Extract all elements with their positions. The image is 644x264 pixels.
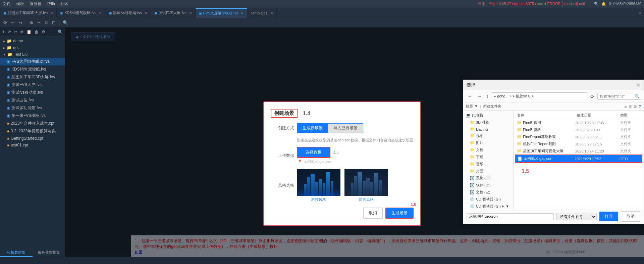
sidebar-file-fvs-1[interactable]: ▣ FVS大屏组件联动.fvs: [0, 58, 65, 65]
sidebar-folder-doc[interactable]: ▶ 📁 doc: [0, 44, 65, 51]
sidebar-file-cpt-2[interactable]: ◈ 3.2. 2023年费用预算与实际分析2: [0, 127, 65, 135]
tree-pictures[interactable]: 📁 图片: [463, 139, 513, 146]
tab-5-close[interactable]: ✕: [270, 11, 273, 15]
tree-3d-objects[interactable]: 📁 3D 对象: [463, 119, 513, 126]
tree-davinci[interactable]: 📁 Davinci: [463, 126, 513, 132]
generate-scene-button[interactable]: 生成场景 1.6: [385, 208, 414, 219]
nav-up-button[interactable]: ↑: [485, 93, 490, 100]
menu-template[interactable]: 模板: [16, 1, 24, 7]
file-type-select[interactable]: 所有文件 (*.*): [556, 213, 597, 220]
tree-music[interactable]: 📁 音乐: [463, 161, 513, 168]
org-label[interactable]: 组织 ▼: [466, 104, 478, 109]
tree-this-pc[interactable]: 💻 此电脑: [463, 112, 513, 119]
tab-3-close[interactable]: ✕: [189, 11, 192, 15]
sidebar-file-fvs-2[interactable]: ▣ KDS销售驾驶舱.fvs: [0, 65, 65, 73]
file-search-input[interactable]: [600, 94, 633, 98]
open-file-button[interactable]: 打开: [599, 212, 618, 221]
nav-back-button[interactable]: ←: [466, 93, 474, 100]
help-icon[interactable]: ?: [639, 104, 641, 108]
tree-cd-g2[interactable]: 💿 CD 驱动器 (G:) H ▼: [463, 203, 513, 209]
sidebar-btn-settings[interactable]: ⚙: [41, 29, 46, 35]
sidebar-file-fvs-6[interactable]: ▣ 测试占位.fvs: [0, 96, 65, 104]
sidebar-btn-refresh[interactable]: ⟳: [7, 29, 12, 35]
sidebar-folder-demo[interactable]: ▶ 📁 demo: [0, 38, 65, 44]
tab-0-close[interactable]: ✕: [50, 11, 53, 15]
tab-4[interactable]: ▣ FVS大屏组件联动.fvs ✕: [196, 8, 248, 18]
fvs-icon: ▣: [7, 114, 10, 118]
sidebar-file-cpt-4[interactable]: ◈ test01.cpt: [0, 142, 65, 148]
tab-4-close[interactable]: ✕: [241, 11, 244, 15]
toolbar-icon-5[interactable]: ✂: [36, 19, 42, 26]
sidebar-tab-template[interactable]: 模板数据集: [0, 249, 33, 257]
view-icon-3[interactable]: ⊞: [634, 104, 637, 108]
tab-add-btn[interactable]: ≡: [636, 11, 644, 15]
tab-2-close[interactable]: ✕: [145, 11, 147, 15]
sidebar-btn-cut[interactable]: ✂: [13, 29, 18, 35]
sidebar-file-fvs-5[interactable]: ▣ 测试fvs移动端.fvs: [0, 89, 65, 96]
sidebar-btn-search[interactable]: 🔍: [57, 29, 64, 35]
menu-help[interactable]: 帮助: [47, 1, 55, 7]
tab-5[interactable]: Template1 ✕: [247, 8, 277, 18]
toolbar-icon-2[interactable]: ↩: [10, 19, 16, 26]
sidebar-folder-testliu[interactable]: ▼ 📁 Test Liu: [0, 51, 65, 58]
style-card-simple[interactable]: 简约风格: [344, 169, 388, 202]
sidebar-toolbar: + ⟳ ✂ ⧉ 📋 🗑 ⚙ 🔍: [0, 28, 65, 36]
tree-video[interactable]: 📁 视频: [463, 132, 513, 139]
tree-desktop[interactable]: 📁 桌面: [463, 168, 513, 175]
file-row-4[interactable]: 📁 晶图加工车间可视化大屏 2023/10/24 11:28 文件夹: [515, 147, 642, 155]
tree-documents[interactable]: 📁 文档: [463, 146, 513, 153]
tab-3[interactable]: ▣ 测试FVS大屏.fvs ✕: [151, 8, 196, 18]
toolbar-icon-1[interactable]: ⟳: [2, 19, 8, 26]
sidebar-file-fvs-4[interactable]: ▣ 测试FVS大屏.fvs: [0, 81, 65, 89]
btn-new-scene[interactable]: 生成新场景: [297, 124, 328, 133]
sidebar-file-fvs-7[interactable]: ▣ 测试多功能馆.fvs: [0, 104, 65, 112]
menu-server[interactable]: 服务器: [30, 1, 42, 7]
view-icon-1[interactable]: ≡: [625, 104, 627, 108]
btn-import-scene[interactable]: 导入已有场景: [328, 124, 363, 133]
toolbar-icon-8[interactable]: 🔍: [61, 19, 69, 26]
tab-1-close[interactable]: ✕: [99, 11, 102, 15]
tree-drive-d[interactable]: 💽 软件 (D:): [463, 182, 513, 189]
tab-0[interactable]: ▣ 晶图加工车间3D大屏.fvs ✕: [0, 8, 57, 18]
file-row-1[interactable]: 📁 FineBI资料 2023/8/28 9:39 文件夹: [515, 126, 642, 133]
cancel-file-button[interactable]: 取消: [621, 211, 640, 222]
file-row-0[interactable]: 📁 FineBI截图 2023/10/23 17:35 文件夹: [515, 119, 642, 126]
toolbar-icon-4[interactable]: ⊕: [28, 19, 35, 26]
file-row-2[interactable]: 📁 FineReport基础教装 2023/8/29 15:11 文件夹: [515, 133, 642, 140]
menu-community[interactable]: 社区: [60, 1, 68, 7]
toolbar-icon-7[interactable]: ⊡: [51, 19, 57, 26]
tree-drive-e[interactable]: 💽 文档 (E:): [463, 189, 513, 196]
sidebar-btn-new[interactable]: +: [1, 29, 6, 35]
tree-downloads[interactable]: 📁 下载: [463, 153, 513, 161]
tab-bar: ▣ 晶图加工车间3D大屏.fvs ✕ ▣ KDS销售驾驶舱.fvs ✕ ▣ 测试…: [0, 8, 644, 18]
tab-1[interactable]: ▣ KDS销售驾驶舱.fvs ✕: [57, 8, 105, 18]
nav-forward-button[interactable]: →: [475, 93, 483, 100]
sidebar-btn-delete[interactable]: 🗑: [34, 29, 40, 35]
file-search-box[interactable]: 🔍: [597, 93, 641, 100]
sidebar-file-fvs-8[interactable]: ▣ 第一张FVS模板.fvs: [0, 112, 65, 120]
file-dialog-close-button[interactable]: ✕: [637, 83, 640, 88]
file-row-geojson[interactable]: 📄 示例地区.geojson 2021/9/29 17:53 GEO: [515, 155, 642, 163]
sidebar-tab-server[interactable]: 服务器数据集: [33, 249, 65, 257]
sidebar-file-cpt-3[interactable]: ◈ GettingStarted.cpt: [0, 135, 65, 142]
sidebar-btn-copy[interactable]: ⧉: [19, 29, 24, 35]
view-icon-2[interactable]: ⊟: [629, 104, 632, 108]
sidebar-file-cpt-1[interactable]: ◈ 2023年合并收入成本.cpt: [0, 120, 65, 127]
sidebar-btn-paste[interactable]: 📋: [25, 29, 33, 35]
tree-cd-g[interactable]: 💿 CD 驱动器 (G:): [463, 196, 513, 203]
toolbar-icon-3[interactable]: ↪: [17, 19, 24, 26]
file-row-3[interactable]: 📁 帆软FineReport截图 2023/8/29 17:15 文件夹: [515, 140, 642, 147]
select-data-button[interactable]: 选择数据: [297, 147, 330, 158]
tree-drive-c[interactable]: 💽 系统 (C:): [463, 175, 513, 182]
cancel-create-button[interactable]: 取消: [363, 208, 383, 219]
new-folder-button[interactable]: 新建文件夹: [483, 104, 501, 109]
search-icon: 🔍: [635, 94, 640, 99]
sidebar-file-fvs-3[interactable]: ▣ 晶图加工车间3D大屏.fvs: [0, 73, 65, 81]
folder-icon: 📁: [470, 162, 475, 166]
tab-2[interactable]: ▣ 测试fvs移动端.fvs ✕: [105, 8, 151, 18]
toolbar-icon-6[interactable]: ⧉: [44, 19, 49, 26]
style-card-tech[interactable]: 科技风格: [297, 169, 340, 202]
file-name-input[interactable]: [467, 213, 554, 220]
nav-refresh-button[interactable]: ⟳: [589, 93, 596, 100]
menu-file[interactable]: 文件: [3, 1, 11, 7]
